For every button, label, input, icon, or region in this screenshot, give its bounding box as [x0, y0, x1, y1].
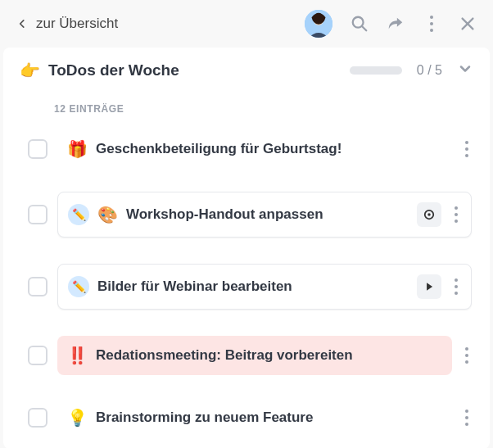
chevron-down-icon	[457, 61, 473, 77]
task-body[interactable]: ✏️ 🎨 Workshop-Handout anpassen	[57, 192, 472, 238]
task-body[interactable]: 💡 Brainstorming zu neuem Feature	[57, 401, 452, 434]
share-arrow-icon	[387, 15, 405, 33]
record-button[interactable]	[417, 202, 441, 227]
task-checkbox[interactable]	[28, 408, 47, 428]
task-checkbox[interactable]	[28, 205, 47, 224]
close-icon	[459, 15, 477, 33]
task-text: Redationsmeeting: Beitrag vorbereiten	[96, 347, 442, 364]
edit-chip-icon: ✏️	[68, 204, 89, 225]
dot-icon	[430, 16, 433, 19]
task-emoji: 🎨	[97, 205, 118, 224]
section-title: ToDos der Woche	[48, 61, 341, 79]
task-row: ‼️ Redationsmeeting: Beitrag vorbereiten	[28, 329, 477, 382]
entries-count: 12 EINTRÄGE	[28, 97, 477, 126]
progress-count: 0 / 5	[417, 63, 442, 78]
chevron-left-icon	[16, 18, 28, 29]
back-button[interactable]: zur Übersicht	[16, 16, 298, 32]
task-row: 🎁 Geschenkbeteiligung für Geburtstag!	[28, 126, 477, 172]
section-emoji: 👉	[20, 61, 40, 80]
play-icon	[423, 281, 435, 292]
edit-chip-icon: ✏️	[68, 276, 89, 297]
task-text: Brainstorming zu neuem Feature	[96, 410, 442, 426]
task-text: Bilder für Webinar bearbeiten	[97, 278, 409, 295]
topbar-actions	[305, 10, 477, 38]
task-more-button[interactable]	[462, 344, 472, 367]
task-checkbox[interactable]	[28, 346, 47, 365]
search-icon	[351, 15, 369, 33]
svg-line-3	[362, 26, 366, 30]
task-more-button[interactable]	[462, 406, 472, 429]
avatar-image	[305, 10, 332, 38]
task-more-button[interactable]	[462, 138, 472, 161]
search-button[interactable]	[351, 15, 369, 33]
collapse-toggle[interactable]	[457, 61, 473, 80]
topbar: zur Übersicht	[0, 0, 493, 48]
close-button[interactable]	[459, 15, 477, 33]
task-emoji: 🎁	[67, 139, 88, 159]
more-button[interactable]	[423, 15, 441, 33]
task-body[interactable]: ‼️ Redationsmeeting: Beitrag vorbereiten	[57, 336, 452, 375]
task-emoji: 💡	[67, 408, 88, 428]
task-checkbox[interactable]	[28, 277, 47, 296]
share-button[interactable]	[387, 15, 405, 33]
back-label: zur Übersicht	[36, 16, 118, 32]
progress-bar	[350, 66, 402, 75]
task-row: ✏️ Bilder für Webinar bearbeiten	[28, 257, 477, 316]
svg-point-7	[427, 213, 431, 216]
task-emoji: ‼️	[67, 346, 88, 365]
task-list: 12 EINTRÄGE 🎁 Geschenkbeteiligung für Ge…	[3, 97, 490, 448]
task-body[interactable]: ✏️ Bilder für Webinar bearbeiten	[57, 264, 472, 310]
section-header: 👉 ToDos der Woche 0 / 5	[3, 48, 490, 97]
task-more-button[interactable]	[451, 203, 461, 226]
task-text: Workshop-Handout anpassen	[126, 206, 409, 223]
task-more-button[interactable]	[451, 275, 461, 298]
record-icon	[423, 209, 435, 220]
task-row: 💡 Brainstorming zu neuem Feature	[28, 395, 477, 441]
play-button[interactable]	[417, 274, 441, 299]
task-body[interactable]: 🎁 Geschenkbeteiligung für Geburtstag!	[57, 133, 452, 165]
task-text: Geschenkbeteiligung für Geburtstag!	[96, 141, 442, 157]
avatar[interactable]	[305, 10, 332, 38]
task-checkbox[interactable]	[28, 139, 47, 159]
task-row: ✏️ 🎨 Workshop-Handout anpassen	[28, 185, 477, 244]
